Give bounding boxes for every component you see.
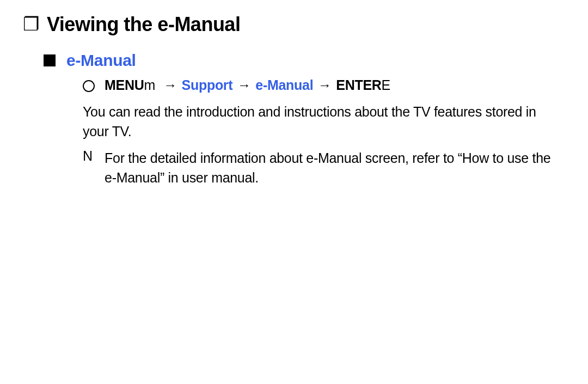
note-text: For the detailed information about e-Man… [105, 148, 561, 188]
section-heading: e-Manual [66, 51, 136, 70]
note-row: N For the detailed information about e-M… [83, 148, 561, 188]
nav-step-emanual: e-Manual [255, 77, 313, 93]
nav-menu-label: MENU [105, 77, 144, 93]
nav-path-row: MENUm → Support → e-Manual → ENTERE [83, 77, 561, 93]
nav-path: MENUm → Support → e-Manual → ENTERE [105, 77, 390, 93]
nav-arrow-icon: → [318, 77, 332, 93]
section-heading-row: e-Manual [44, 51, 561, 70]
body-paragraph: You can read the introduction and instru… [83, 102, 561, 142]
nav-enter-suffix: E [382, 77, 390, 93]
square-bullet-icon [44, 54, 56, 66]
nav-arrow-icon: → [163, 77, 177, 93]
page-title: Viewing the e-Manual [47, 13, 240, 36]
nav-enter-label: ENTER [336, 77, 381, 93]
nav-step-support: Support [182, 77, 233, 93]
book-icon: ❐ [23, 16, 40, 33]
note-marker: N [83, 148, 93, 164]
circle-bullet-icon [83, 80, 95, 92]
nav-menu-suffix: m [144, 77, 155, 93]
nav-arrow-icon: → [237, 77, 251, 93]
page-title-row: ❐ Viewing the e-Manual [23, 13, 561, 36]
